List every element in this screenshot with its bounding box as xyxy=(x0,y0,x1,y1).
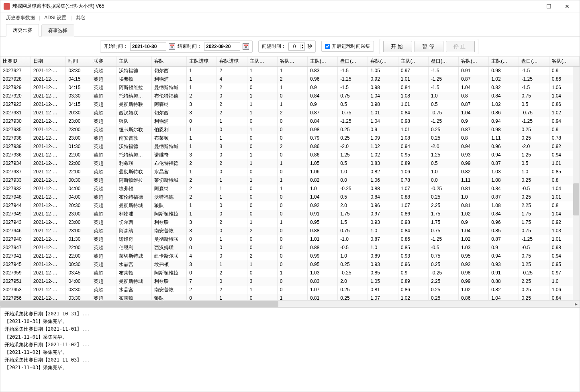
table-row[interactable]: 20279402021-12-…01:30英超诺维奇曼彻斯特联01001.01-… xyxy=(0,235,580,244)
table-cell: 2021-12-… xyxy=(31,193,66,201)
column-header[interactable]: 盘口(… xyxy=(338,57,368,66)
column-header[interactable]: 盘口(… xyxy=(519,57,549,66)
hscroll-thumb[interactable] xyxy=(0,301,278,307)
table-cell: -1.25 xyxy=(338,75,368,83)
table-cell: 0.84 xyxy=(489,210,519,218)
column-header[interactable]: 时间 xyxy=(66,57,91,66)
spinner-up-icon[interactable]: ▲ xyxy=(300,44,304,47)
table-row[interactable]: 20279492021-12-…23:00英超利物浦阿斯顿维拉10000.911… xyxy=(0,210,580,218)
table-row[interactable]: 20279392021-12-…01:30英超沃特福德曼彻斯特城13020.86… xyxy=(0,142,580,151)
column-header[interactable]: 客队(… xyxy=(459,57,489,66)
table-cell: 2027930 xyxy=(0,117,31,126)
table-scroll[interactable]: 比赛ID日期时间联赛主队客队主队进球客队进球主队…客队…主队(…盘口(…客队(…… xyxy=(0,57,580,300)
column-header[interactable]: 客队(… xyxy=(368,57,398,66)
column-header[interactable]: 客队… xyxy=(277,57,307,66)
calendar-icon[interactable]: 📅 xyxy=(243,43,249,50)
column-header[interactable]: 比赛ID xyxy=(0,57,31,66)
table-cell: 英超 xyxy=(91,201,116,210)
table-row[interactable]: 20279322021-12-…04:00英超埃弗顿阿森纳21011.0-0.2… xyxy=(0,185,580,193)
table-cell: 00:30 xyxy=(66,260,91,269)
table-row[interactable]: 20279332021-12-…00:30英超阿斯顿维拉莱切斯特城21110.8… xyxy=(0,176,580,185)
goal-time-checkbox[interactable] xyxy=(325,44,330,49)
table-cell: 2027923 xyxy=(0,100,31,109)
table-cell: 0.9 xyxy=(459,117,489,126)
column-header[interactable]: 联赛 xyxy=(91,57,116,66)
table-row[interactable]: 20279372021-12-…22:00英超曼彻斯特联水晶宫10001.061… xyxy=(0,168,580,176)
table-row[interactable]: 20279292021-12-…04:15英超阿斯顿维拉曼彻斯特城12010.9… xyxy=(0,83,580,92)
spinner-down-icon[interactable]: ▼ xyxy=(300,47,304,49)
horizontal-scrollbar[interactable]: ◀ ▶ xyxy=(0,300,580,307)
tab-history-match[interactable]: 历史比赛 xyxy=(6,24,39,37)
log-line: 开始采集比赛日期【2021-11-03】... xyxy=(4,356,576,364)
table-row[interactable]: 20279382021-12-…23:00英超南安普敦布莱顿11000.790.… xyxy=(0,134,580,142)
table-row[interactable]: 20279412021-12-…22:00英超莱切斯特城纽卡斯尔联40200.9… xyxy=(0,252,580,260)
table-cell: 03:30 xyxy=(66,294,91,301)
column-header[interactable]: 盘口(… xyxy=(428,57,458,66)
column-header[interactable]: 日期 xyxy=(31,57,66,66)
table-row[interactable]: 20279202021-12-…03:30英超托特纳姆…布伦特福德20100.8… xyxy=(0,92,580,100)
stop-button[interactable]: 停止 xyxy=(446,41,475,52)
vscroll-thumb[interactable] xyxy=(573,183,579,215)
column-header[interactable]: 主队(… xyxy=(489,57,519,66)
table-row[interactable]: 20279312021-12-…20:30英超西汉姆联切尔西32120.87-0… xyxy=(0,109,580,117)
column-header[interactable]: 客队进球 xyxy=(217,57,247,66)
table-row[interactable]: 20279342021-12-…22:00英超利兹联布伦特福德22111.050… xyxy=(0,159,580,168)
interval-spinner[interactable]: ▲▼ xyxy=(288,43,305,51)
calendar-icon[interactable]: 📅 xyxy=(169,43,175,50)
table-row[interactable]: 20279472021-12-…22:00英超伯恩利西汉姆联00000.88-0… xyxy=(0,244,580,252)
maximize-button[interactable]: ☐ xyxy=(539,0,558,12)
table-cell: 0 xyxy=(247,185,277,193)
table-row[interactable]: 20279232021-12-…04:15英超曼彻斯特联阿森纳32110.90.… xyxy=(0,100,580,109)
table-cell: 0.94 xyxy=(489,252,519,260)
table-row[interactable]: 20279532021-12-…03:30英超水晶宫南安普敦22101.070.… xyxy=(0,286,580,294)
end-time-input[interactable] xyxy=(204,43,240,51)
table-row[interactable]: 20279282021-12-…04:15英超埃弗顿利物浦14120.96-1.… xyxy=(0,75,580,83)
table-row[interactable]: 20279592021-12-…03:45英超布莱顿阿斯顿维拉02011.03-… xyxy=(0,269,580,277)
hscroll-right-icon[interactable]: ▶ xyxy=(573,301,580,307)
interval-input[interactable] xyxy=(289,43,300,50)
table-cell: 1.0 xyxy=(368,244,398,252)
column-header[interactable]: 主队(… xyxy=(398,57,428,66)
column-header[interactable]: 主队… xyxy=(247,57,277,66)
table-cell: 1 xyxy=(217,260,247,269)
table-row[interactable]: 20279562021-12-…03:30英超布莱顿狼队01010.810.25… xyxy=(0,294,580,301)
close-button[interactable]: ✕ xyxy=(558,0,576,12)
column-header[interactable]: 主队进球 xyxy=(187,57,217,66)
menu-other[interactable]: 其它 xyxy=(74,14,88,22)
table-row[interactable]: 20279482021-12-…04:00英超布伦特福德沃特福德21001.04… xyxy=(0,193,580,201)
table-cell: 0.98 xyxy=(368,83,398,92)
pause-button[interactable]: 暂停 xyxy=(415,41,443,52)
table-cell: 1.0 xyxy=(338,252,368,260)
table-cell: -2.0 xyxy=(519,142,549,151)
table-cell: 0.9 xyxy=(489,244,519,252)
table-cell: 0 xyxy=(247,134,277,142)
column-header[interactable]: 客队 xyxy=(151,57,187,66)
table-cell: 1.0 xyxy=(428,92,458,100)
table-row[interactable]: 20279512021-12-…04:00英超曼彻斯特城利兹联70300.832… xyxy=(0,277,580,286)
menu-adsl-settings[interactable]: ADSL设置 xyxy=(42,14,69,22)
table-row[interactable]: 20279302021-12-…23:00英超狼队利物浦01000.84-1.2… xyxy=(0,117,580,126)
table-cell: 3 xyxy=(187,109,217,117)
start-time-input[interactable] xyxy=(130,43,166,51)
table-row[interactable]: 20279362021-12-…22:00英超托特纳姆…诺维奇30100.861… xyxy=(0,151,580,159)
table-cell: -0.5 xyxy=(428,244,458,252)
minimize-button[interactable]: — xyxy=(521,0,539,12)
table-cell: 2 xyxy=(187,185,217,193)
table-row[interactable]: 20279432021-12-…23:00英超切尔西利兹联32110.951.5… xyxy=(0,218,580,227)
column-header[interactable]: 主队(… xyxy=(308,57,338,66)
table-row[interactable]: 20279352021-12-…23:00英超纽卡斯尔联伯恩利10100.980… xyxy=(0,126,580,134)
table-row[interactable]: 20279272021-12-…03:30英超沃特福德切尔西12110.83-1… xyxy=(0,66,580,75)
table-row[interactable]: 20279442021-12-…20:30英超曼彻斯特城狼队10000.922.… xyxy=(0,201,580,210)
tab-event-select[interactable]: 赛事选择 xyxy=(41,24,74,37)
table-cell: 1.0 xyxy=(308,185,338,193)
column-header[interactable]: 客队(… xyxy=(549,57,579,66)
table-cell: 0.91 xyxy=(459,66,489,75)
log-panel[interactable]: 开始采集比赛日期【2021-10-31】...【2021-10-31】采集完毕。… xyxy=(0,307,580,392)
menu-history-data[interactable]: 历史赛事数据 xyxy=(4,14,37,22)
column-header[interactable]: 主队 xyxy=(116,57,151,66)
table-row[interactable]: 20279452021-12-…00:30英超水晶宫埃弗顿31100.950.2… xyxy=(0,260,580,269)
table-cell: 0.93 xyxy=(368,218,398,227)
vertical-scrollbar[interactable] xyxy=(573,67,580,300)
table-row[interactable]: 20279462021-12-…23:00英超阿森纳南安普敦30200.880.… xyxy=(0,227,580,235)
start-button[interactable]: 开始 xyxy=(383,41,412,52)
